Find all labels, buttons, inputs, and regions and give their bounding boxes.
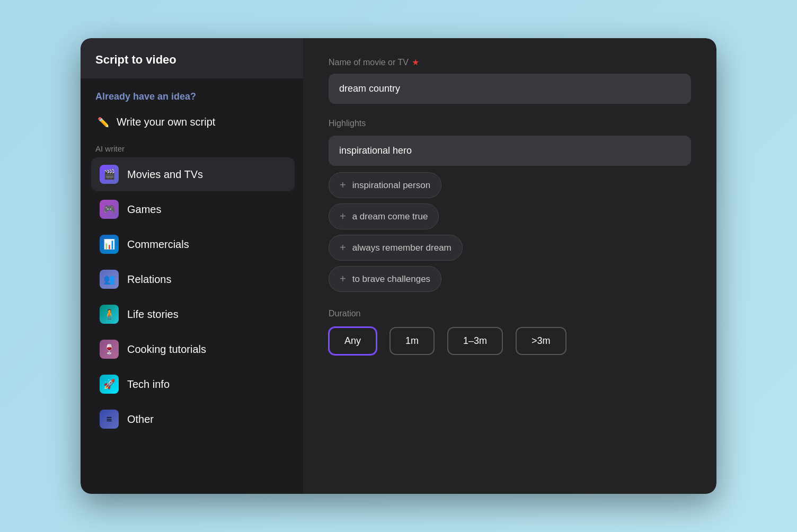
write-script-label: Write your own script: [117, 116, 215, 128]
sidebar-item-cooking[interactable]: 🍷 Cooking tutorials: [91, 332, 295, 366]
plus-icon-4: +: [340, 273, 346, 285]
app-window: Script to video Already have an idea? ✏️…: [81, 38, 716, 494]
sidebar-label-games: Games: [127, 203, 161, 216]
chip-text-4: to brave challenges: [352, 274, 430, 285]
movie-name-label: Name of movie or TV ★: [329, 57, 691, 67]
highlight-chip-2[interactable]: + a dream come true: [329, 203, 439, 229]
duration-label: Duration: [329, 309, 691, 318]
plus-icon-1: +: [340, 179, 346, 191]
lifestories-icon: 🧍: [100, 305, 119, 324]
movie-name-input[interactable]: [329, 74, 691, 104]
plus-icon-2: +: [340, 210, 346, 223]
sidebar-item-lifestories[interactable]: 🧍 Life stories: [91, 297, 295, 331]
sidebar-item-tech[interactable]: 🚀 Tech info: [91, 367, 295, 401]
sidebar-header: Script to video: [81, 38, 303, 78]
chip-text-1: inspirational person: [352, 180, 430, 191]
highlight-chips-container: + inspirational person + a dream come tr…: [329, 172, 691, 292]
pencil-icon: ✏️: [98, 117, 109, 128]
sidebar-item-games[interactable]: 🎮 Games: [91, 192, 295, 226]
sidebar-idea-label: Already have an idea?: [91, 91, 295, 102]
sidebar-body: Already have an idea? ✏️ Write your own …: [81, 78, 303, 494]
sidebar-label-other: Other: [127, 413, 154, 425]
sidebar-item-write-script[interactable]: ✏️ Write your own script: [91, 111, 295, 134]
sidebar-item-movies[interactable]: 🎬 Movies and TVs: [91, 157, 295, 191]
highlight-chip-1[interactable]: + inspirational person: [329, 172, 441, 198]
sidebar-label-relations: Relations: [127, 273, 171, 286]
sidebar-label-commercials: Commercials: [127, 238, 189, 251]
sidebar-item-commercials[interactable]: 📊 Commercials: [91, 227, 295, 261]
sidebar-item-other[interactable]: ≡ Other: [91, 402, 295, 436]
chip-text-2: a dream come true: [352, 211, 428, 222]
highlight-chip-4[interactable]: + to brave challenges: [329, 266, 441, 292]
main-content: Name of movie or TV ★ Highlights + inspi…: [303, 38, 716, 494]
highlights-label: Highlights: [329, 119, 691, 128]
duration-1-3m-button[interactable]: 1–3m: [447, 327, 503, 355]
movies-icon: 🎬: [100, 165, 119, 184]
highlight-chip-3[interactable]: + always remember dream: [329, 235, 463, 261]
required-star: ★: [412, 57, 419, 67]
sidebar-label-movies: Movies and TVs: [127, 169, 203, 181]
duration-any-button[interactable]: Any: [329, 327, 377, 355]
relations-icon: 👥: [100, 270, 119, 289]
games-icon: 🎮: [100, 200, 119, 219]
highlights-input[interactable]: [329, 136, 691, 166]
plus-icon-3: +: [340, 242, 346, 254]
cooking-icon: 🍷: [100, 340, 119, 359]
other-icon: ≡: [100, 410, 119, 429]
duration-buttons: Any 1m 1–3m >3m: [329, 327, 691, 355]
sidebar-label-tech: Tech info: [127, 378, 170, 391]
sidebar-label-cooking: Cooking tutorials: [127, 343, 206, 356]
tech-icon: 🚀: [100, 375, 119, 394]
sidebar: Script to video Already have an idea? ✏️…: [81, 38, 303, 494]
app-title: Script to video: [95, 53, 176, 66]
sidebar-label-lifestories: Life stories: [127, 308, 179, 321]
duration-1m-button[interactable]: 1m: [389, 327, 435, 355]
commercials-icon: 📊: [100, 235, 119, 254]
ai-writer-label: AI writer: [91, 144, 295, 153]
chip-text-3: always remember dream: [352, 243, 451, 253]
sidebar-item-relations[interactable]: 👥 Relations: [91, 262, 295, 296]
duration-3m-plus-button[interactable]: >3m: [516, 327, 566, 355]
